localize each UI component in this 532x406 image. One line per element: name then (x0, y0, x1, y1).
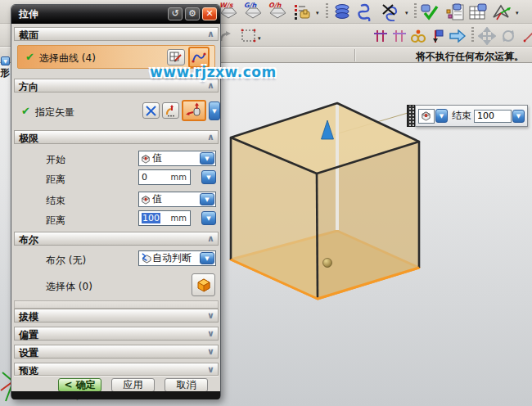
combo-dropdown-button[interactable]: ▼ (200, 152, 214, 165)
prism-icon (490, 3, 512, 21)
gh-measure-tool-icon[interactable]: G/h (242, 2, 264, 22)
selected-value: 100 (142, 213, 160, 223)
list-select-tool-icon[interactable] (291, 2, 313, 22)
specify-vector-label: 指定矢量 (35, 106, 74, 120)
no-spring-icon (381, 3, 402, 21)
start-row: 开始 值 ▼ (14, 151, 219, 167)
boolean-value: 自动判断 (152, 251, 199, 265)
boolean-combo[interactable]: 自动判断 ▼ (138, 250, 216, 266)
expand-chevron-icon[interactable]: ∨ (207, 328, 214, 339)
group-label: 方向 (19, 80, 38, 94)
end-type-combo[interactable]: 值 ▼ (138, 192, 216, 207)
combo-dropdown-button[interactable]: ▼ (200, 252, 214, 264)
two-point-vector-button[interactable] (142, 102, 160, 119)
axis-vector-icon (185, 102, 203, 119)
combo-dropdown-button[interactable]: ▼ (200, 193, 214, 205)
toolbar-separator (326, 3, 328, 20)
extent-dropdown-button[interactable]: ▼ (435, 109, 448, 123)
dropdown-arrow-icon[interactable]: ▾ (258, 35, 261, 42)
flag-tool-icon[interactable] (426, 25, 448, 46)
delete-spring-tool-icon[interactable] (379, 2, 404, 22)
collapse-chevron-icon[interactable]: ∧ (207, 80, 214, 91)
section-sketch-button[interactable] (167, 49, 185, 65)
reset-button[interactable]: ↺ (168, 7, 183, 20)
collapse-chevron-icon[interactable]: ∧ (207, 132, 214, 142)
solid-cube-icon (196, 277, 212, 293)
start-type-value: 值 (152, 151, 199, 165)
coil-icon (334, 3, 350, 21)
check-icon: ✔ (21, 105, 30, 117)
end-distance-input[interactable] (474, 110, 512, 123)
expand-chevron-icon[interactable]: ∨ (207, 346, 214, 357)
vector-dialog-button[interactable] (162, 102, 179, 119)
expand-chevron-icon[interactable]: ∨ (207, 364, 214, 375)
examine-geometry-icon[interactable] (419, 2, 440, 22)
rotate-icon (499, 27, 517, 45)
group-header-draft[interactable]: 拔模 ∨ (14, 309, 219, 323)
group-header-section[interactable]: 截面 ∧ (14, 27, 219, 41)
selection-rectangle-icon[interactable] (238, 25, 259, 46)
dropdown-arrow-icon[interactable]: ▾ (405, 10, 408, 16)
vector-dropdown-button[interactable]: ▼ (209, 102, 220, 120)
collapse-chevron-icon[interactable]: ∧ (207, 29, 214, 39)
group-label: 布尔 (19, 233, 38, 247)
status-message: 将不执行任何布尔运算。 (416, 50, 524, 64)
part-navigator-icon[interactable] (444, 2, 466, 22)
end-distance-options-button[interactable]: ▼ (512, 110, 525, 123)
coil-tool-icon[interactable] (331, 2, 353, 22)
group-header-limits[interactable]: 极限 ∧ (14, 130, 219, 144)
start-label: 开始 (46, 153, 65, 167)
face-normal-vector-button[interactable] (182, 100, 206, 121)
pan-icon (478, 27, 496, 45)
cube-option-icon (139, 154, 152, 164)
expand-chevron-icon[interactable]: ∨ (207, 310, 214, 321)
curve-icon (192, 51, 206, 64)
dialog-footer-band (11, 391, 220, 399)
onscreen-input-toolbar: ▼ 结束 ▼ (407, 105, 528, 127)
spring-icon (357, 3, 373, 21)
end-distance-row: 距离 100 mm ▼ (14, 210, 219, 228)
group-label: 偏置 (19, 328, 38, 342)
extent-option-field[interactable] (418, 109, 435, 124)
group-header-settings[interactable]: 设置 ∨ (14, 345, 219, 359)
select-body-text: 选择体 (0) (46, 280, 92, 294)
group-header-direction[interactable]: 方向 ∧ (14, 79, 219, 92)
close-button[interactable]: ✕ (202, 7, 217, 20)
end-distance-input[interactable]: 100 mm (138, 210, 191, 226)
cancel-button[interactable]: 取消 (165, 378, 208, 392)
pan-tool-icon[interactable] (476, 25, 498, 46)
spring-tool-icon[interactable] (354, 2, 376, 22)
oh-measure-tool-icon[interactable]: O/h (267, 2, 288, 22)
spreadsheet-icon[interactable] (467, 2, 489, 22)
group-header-boolean[interactable]: 布尔 ∧ (14, 232, 219, 246)
dropdown-arrow-icon[interactable]: ▾ (316, 10, 319, 16)
line-icon (522, 29, 532, 43)
settings-gear-button[interactable]: ⚙ (185, 7, 200, 20)
dialog-title-bar[interactable]: 拉伸 ↺ ⚙ ✕ (11, 5, 220, 24)
oh-label: O/h (268, 2, 281, 9)
footer-separator (14, 375, 219, 377)
start-distance-input[interactable]: 0 mm (138, 169, 191, 185)
select-body-button[interactable] (192, 273, 215, 296)
dropdown-arrow-icon[interactable]: ▾ (516, 10, 519, 16)
apply-button[interactable]: 应用 (111, 378, 155, 392)
check-part-icon (420, 3, 440, 21)
ok-button[interactable]: < 确定 > (58, 378, 101, 392)
grid-pencil-icon (169, 52, 183, 63)
vector-constructor-icon (165, 104, 177, 117)
distance-label: 距离 (46, 173, 65, 187)
forward-arrow-icon[interactable] (447, 25, 468, 46)
line-tool-icon[interactable] (519, 25, 532, 46)
collapse-chevron-icon[interactable]: ∧ (207, 233, 214, 244)
end-distance-options-button[interactable]: ▼ (201, 211, 216, 225)
group-label: 拔模 (19, 310, 38, 324)
toolbar-separator (471, 27, 474, 43)
section-view-icon[interactable] (490, 2, 512, 22)
rotate-tool-icon[interactable] (498, 25, 519, 46)
toolbar-drag-handle[interactable] (407, 105, 415, 127)
combo-dropdown-fragment[interactable]: ▼ (1, 56, 10, 65)
unit-label: mm (171, 214, 190, 223)
start-type-combo[interactable]: 值 ▼ (138, 151, 216, 166)
group-header-offset[interactable]: 偏置 ∨ (14, 327, 219, 341)
start-distance-options-button[interactable]: ▼ (201, 170, 216, 184)
